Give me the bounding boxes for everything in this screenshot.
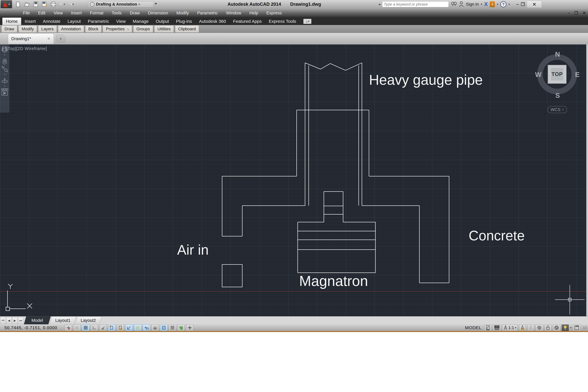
last-layout-button[interactable]: ⏭ — [18, 317, 23, 324]
minimize-button[interactable]: – — [516, 2, 519, 7]
sign-in-button[interactable]: Sign In — [466, 2, 479, 6]
viewcube-east[interactable]: E — [575, 70, 580, 78]
tab-parametric[interactable]: Parametric — [84, 18, 113, 25]
panel-modify[interactable]: Modify — [18, 26, 37, 32]
close-button[interactable]: ✕ — [527, 1, 542, 8]
selection-cycling-toggle[interactable] — [177, 324, 185, 331]
dynamic-input-toggle[interactable] — [143, 324, 150, 331]
tab-plugins[interactable]: Plug-ins — [172, 18, 195, 25]
viewcube-south[interactable]: S — [555, 92, 560, 100]
ortho-mode-toggle[interactable] — [91, 324, 98, 331]
close-icon[interactable]: ✕ — [47, 36, 50, 41]
menu-help[interactable]: Help — [245, 8, 262, 17]
open-button[interactable] — [23, 1, 30, 7]
lock-ui-button[interactable] — [545, 324, 551, 331]
menu-express[interactable]: Express — [262, 8, 286, 17]
viewcube-west[interactable]: W — [535, 70, 541, 78]
tab-model[interactable]: Model — [24, 316, 51, 324]
lineweight-toggle[interactable] — [151, 324, 159, 331]
file-tab-drawing1[interactable]: Drawing1* ✕ — [8, 34, 54, 44]
tab-layout1[interactable]: Layout1 — [49, 316, 76, 324]
hardware-acceleration-button[interactable] — [562, 324, 569, 331]
doc-minimize-button[interactable]: – — [568, 10, 570, 15]
infer-constraints-toggle[interactable] — [65, 324, 72, 331]
resize-grip[interactable] — [583, 326, 587, 329]
quick-view-drawings-button[interactable] — [484, 324, 491, 331]
tab-manage[interactable]: Manage — [129, 18, 152, 25]
redo-button[interactable]: ↷▾ — [68, 1, 74, 7]
menu-file[interactable]: File — [19, 8, 34, 17]
chevron-down-icon[interactable]: ▾ — [497, 3, 498, 6]
new-drawing-button[interactable] — [15, 1, 21, 7]
search-input[interactable] — [382, 1, 449, 7]
tab-output[interactable]: Output — [152, 18, 172, 25]
clean-screen-button[interactable] — [573, 324, 580, 331]
chevron-down-icon[interactable]: ▾ — [481, 3, 482, 6]
plot-button[interactable] — [50, 1, 57, 7]
tab-layout[interactable]: Layout — [64, 18, 84, 25]
panel-clipboard[interactable]: Clipboard — [175, 26, 199, 32]
isolate-objects-button[interactable] — [553, 324, 560, 331]
panel-draw[interactable]: Draw — [1, 26, 17, 32]
tab-home[interactable]: Home — [2, 18, 21, 25]
menu-view[interactable]: View — [49, 8, 67, 17]
first-layout-button[interactable]: ⏮ — [0, 317, 6, 324]
tab-featured-apps[interactable]: Featured Apps — [230, 18, 265, 25]
qat-customize-button[interactable]: ⯆ — [154, 2, 157, 6]
menu-format[interactable]: Format — [86, 8, 108, 17]
drawing-canvas[interactable]: [-][Top][2D Wireframe] Heavy gauge pipe … — [0, 44, 588, 316]
doc-restore-button[interactable]: ❐ — [574, 10, 578, 16]
tab-annotate[interactable]: Annotate — [39, 18, 64, 25]
annotation-scale-button[interactable]: 1:1 ▾ — [502, 324, 518, 331]
viewcube-top-face[interactable]: TOP — [548, 65, 567, 84]
panel-properties[interactable]: Properties↘ — [103, 26, 132, 32]
tab-express-tools[interactable]: Express Tools — [265, 18, 299, 25]
vertical-scrollbar[interactable] — [586, 44, 588, 316]
viewcube-north[interactable]: N — [555, 50, 560, 58]
new-drawing-tab-button[interactable]: + — [56, 35, 65, 43]
annotation-visibility-button[interactable] — [519, 324, 526, 331]
3d-object-snap-toggle[interactable] — [117, 324, 124, 331]
save-button[interactable] — [32, 1, 39, 7]
menu-edit[interactable]: Edit — [34, 8, 49, 17]
prev-layout-button[interactable]: ◀ — [6, 317, 12, 324]
panel-annotation[interactable]: Annotation — [58, 26, 84, 32]
quick-properties-toggle[interactable] — [169, 324, 176, 331]
menu-dimension[interactable]: Dimension — [144, 8, 172, 17]
menu-insert[interactable]: Insert — [67, 8, 86, 17]
help-icon[interactable]: ? — [500, 1, 506, 7]
object-snap-toggle[interactable] — [108, 324, 115, 331]
doc-close-button[interactable]: ✕ — [583, 10, 586, 16]
menu-modify[interactable]: Modify — [172, 8, 193, 17]
panel-layers[interactable]: Layers — [38, 26, 57, 32]
undo-button[interactable]: ↶▾ — [59, 1, 65, 7]
tab-layout2[interactable]: Layout2 — [75, 316, 102, 324]
chevron-down-icon[interactable]: ▾ — [509, 3, 510, 6]
tab-view[interactable]: View — [113, 18, 129, 25]
menu-draw[interactable]: Draw — [126, 8, 144, 17]
chevron-down-icon[interactable]: ▾ — [570, 326, 572, 329]
infocenter-collapse-icon[interactable]: ◂ — [378, 2, 380, 6]
search-icon[interactable] — [451, 1, 457, 8]
wcs-menu[interactable]: WCS ▽ — [548, 106, 567, 113]
polar-tracking-toggle[interactable] — [99, 324, 107, 331]
panel-utilities[interactable]: Utilities — [154, 26, 174, 32]
annotation-autoscale-button[interactable] — [527, 324, 534, 331]
restore-button[interactable]: ❐ — [521, 2, 525, 7]
model-space-button[interactable]: MODEL — [464, 325, 483, 330]
tab-insert[interactable]: Insert — [21, 18, 39, 25]
dialog-launcher-icon[interactable]: ↘ — [127, 27, 129, 30]
menu-window[interactable]: Window — [222, 8, 245, 17]
annotation-monitor-toggle[interactable] — [186, 324, 193, 331]
tab-autodesk-360[interactable]: Autodesk 360 — [196, 18, 230, 25]
exchange-apps-icon[interactable]: X — [484, 1, 488, 7]
menu-tools[interactable]: Tools — [107, 8, 126, 17]
object-snap-tracking-toggle[interactable] — [125, 324, 133, 331]
menu-parametric[interactable]: Parametric — [193, 8, 222, 17]
grid-display-toggle[interactable] — [82, 324, 89, 331]
communication-center-icon[interactable]: ⇓ — [490, 1, 495, 7]
save-as-button[interactable] — [41, 1, 48, 7]
next-layout-button[interactable]: ▶ — [12, 317, 18, 324]
dynamic-ucs-toggle[interactable] — [134, 324, 141, 331]
snap-mode-toggle[interactable] — [73, 324, 81, 331]
